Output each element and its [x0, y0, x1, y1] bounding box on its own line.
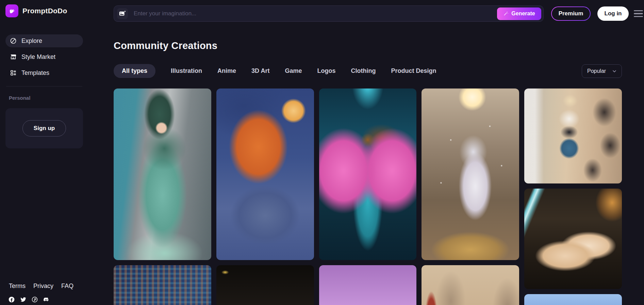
pinterest-icon[interactable]	[31, 296, 38, 303]
page-title: Community Creations	[114, 40, 622, 51]
gallery-image[interactable]	[114, 265, 211, 305]
signup-button[interactable]: Sign up	[22, 120, 66, 137]
compass-icon	[10, 37, 17, 44]
sidebar-divider	[6, 86, 82, 86]
gallery-column	[319, 89, 417, 305]
gallery-grid	[114, 89, 622, 305]
premium-button[interactable]: Premium	[551, 6, 591, 21]
sidebar: PromptDoDo Explore Style Market	[0, 0, 88, 305]
discord-icon[interactable]	[43, 296, 50, 303]
login-button[interactable]: Log in	[597, 6, 629, 21]
templates-grid-icon	[10, 69, 17, 76]
sidebar-nav: Explore Style Market Templa	[5, 34, 83, 79]
generate-button-label: Generate	[511, 11, 535, 17]
gallery-image[interactable]	[319, 265, 417, 305]
tab-anime[interactable]: Anime	[217, 67, 236, 75]
hamburger-menu-icon[interactable]	[634, 10, 643, 17]
tab-logos[interactable]: Logos	[317, 67, 335, 75]
chevron-down-icon	[612, 68, 617, 74]
signup-card: Sign up	[5, 108, 83, 148]
gallery-image[interactable]	[114, 89, 211, 260]
filter-row: All types Illustration Anime 3D Art Game…	[114, 64, 622, 78]
tab-clothing[interactable]: Clothing	[351, 67, 376, 75]
tab-product-design[interactable]: Product Design	[391, 67, 436, 75]
tab-illustration[interactable]: Illustration	[171, 67, 202, 75]
gallery-image[interactable]	[422, 89, 519, 260]
personal-section-label: Personal	[9, 95, 83, 101]
twitter-icon[interactable]	[20, 296, 27, 303]
facebook-icon[interactable]	[8, 296, 15, 303]
gallery-image[interactable]	[216, 89, 314, 260]
topbar: Generate Premium Log in	[114, 5, 644, 22]
main-column: Generate Premium Log in Community Creati…	[88, 0, 644, 305]
dodo-swirl-icon	[7, 6, 16, 15]
tab-3d-art[interactable]: 3D Art	[251, 67, 269, 75]
sidebar-item-style-market[interactable]: Style Market	[5, 50, 83, 63]
gallery-column	[524, 89, 622, 305]
generate-button[interactable]: Generate	[497, 7, 541, 20]
sort-selected-value: Popular	[587, 68, 606, 74]
gallery-image[interactable]	[319, 89, 417, 260]
sidebar-item-templates[interactable]: Templates	[5, 66, 83, 79]
gallery-image[interactable]	[524, 294, 622, 305]
tab-all-types[interactable]: All types	[114, 64, 155, 78]
footer-links: Terms Privacy FAQ	[9, 283, 83, 290]
privacy-link[interactable]: Privacy	[33, 283, 53, 290]
sort-dropdown[interactable]: Popular	[582, 64, 622, 78]
brand-logo[interactable]	[5, 4, 18, 17]
terms-link[interactable]: Terms	[9, 283, 26, 290]
tab-game[interactable]: Game	[285, 67, 302, 75]
sidebar-item-label: Templates	[21, 69, 49, 77]
brand: PromptDoDo	[5, 4, 83, 17]
sidebar-item-explore[interactable]: Explore	[5, 34, 83, 47]
gallery-column	[114, 89, 211, 305]
content-area: Community Creations All types Illustrati…	[114, 22, 644, 305]
sidebar-item-label: Explore	[21, 37, 42, 45]
gallery-column	[422, 89, 519, 305]
magic-wand-icon	[503, 11, 509, 16]
sidebar-item-label: Style Market	[21, 53, 55, 61]
gallery-column	[216, 89, 314, 305]
gallery-image[interactable]	[216, 265, 314, 305]
sidebar-footer: Terms Privacy FAQ	[5, 283, 83, 303]
prompt-bar: Generate	[114, 5, 544, 22]
filter-tabs: All types Illustration Anime 3D Art Game…	[114, 64, 436, 78]
image-add-icon	[119, 10, 126, 17]
gallery-image[interactable]	[422, 265, 519, 305]
faq-link[interactable]: FAQ	[61, 283, 73, 290]
gallery-image[interactable]	[524, 189, 622, 289]
brand-name: PromptDoDo	[22, 7, 67, 15]
prompt-input[interactable]	[134, 10, 497, 17]
social-links	[8, 296, 83, 303]
upload-image-button[interactable]	[117, 8, 128, 19]
storefront-icon	[10, 53, 17, 60]
gallery-image[interactable]	[524, 89, 622, 183]
